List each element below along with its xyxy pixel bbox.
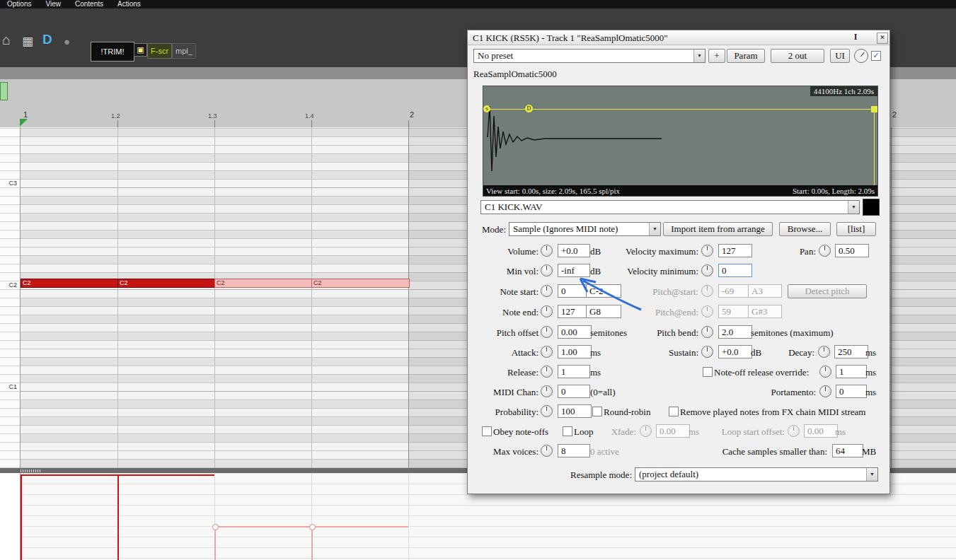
chevron-down-icon[interactable]: ▼ bbox=[866, 468, 877, 481]
attack-knob[interactable] bbox=[541, 346, 553, 358]
pitch-start-field[interactable]: -69 bbox=[718, 284, 751, 298]
pitch-start-knob[interactable] bbox=[701, 285, 713, 297]
min-vol-knob[interactable] bbox=[541, 264, 553, 276]
detect-pitch-button[interactable]: Detect pitch bbox=[788, 284, 867, 298]
min-vol-field[interactable]: -inf bbox=[558, 264, 590, 277]
clip-icon[interactable]: ▣ bbox=[134, 43, 147, 57]
velocity-stem[interactable] bbox=[214, 526, 216, 560]
noteoff-override-field[interactable]: 1 bbox=[836, 365, 867, 378]
menu-view[interactable]: View bbox=[38, 0, 68, 8]
chevron-down-icon[interactable]: ▼ bbox=[649, 223, 660, 235]
lane-drag-handle[interactable] bbox=[21, 469, 40, 472]
mode-combo[interactable]: Sample (Ignores MIDI note) ▼ bbox=[509, 222, 661, 236]
ui-button[interactable]: UI bbox=[830, 49, 850, 63]
fx-enabled-checkbox[interactable]: ✓ bbox=[871, 51, 881, 61]
import-item-button[interactable]: Import item from arrange bbox=[663, 222, 773, 236]
probability-field[interactable]: 100 bbox=[558, 404, 592, 418]
velocity-stem[interactable] bbox=[311, 526, 313, 560]
decay-field[interactable]: 250 bbox=[834, 345, 868, 358]
pitch-offset-field[interactable]: 0.00 bbox=[558, 325, 592, 339]
list-button[interactable]: [list] bbox=[836, 222, 876, 236]
menu-actions[interactable]: Actions bbox=[110, 0, 148, 8]
loop-start-field[interactable]: 0.00 bbox=[804, 424, 838, 438]
menu-contents[interactable]: Contents bbox=[68, 0, 110, 8]
fx-title-bar[interactable]: C1 KICK (RS5K) - Track 1 "ReaSamplOmatic… bbox=[468, 30, 889, 45]
pitch-end-note-field[interactable]: G#3 bbox=[748, 305, 782, 318]
remove-played-checkbox[interactable] bbox=[669, 407, 679, 416]
pitch-offset-knob[interactable] bbox=[541, 326, 553, 338]
trim-button[interactable]: !TRIM! bbox=[91, 42, 134, 62]
reaper-d-icon[interactable]: D bbox=[42, 32, 52, 47]
waveform-display[interactable]: 44100Hz 1ch 2.09s S D View start: 0.00s,… bbox=[483, 86, 878, 197]
fscr-button[interactable]: F-scr bbox=[147, 43, 172, 59]
menu-options[interactable]: Options bbox=[0, 0, 38, 8]
preset-save-button[interactable]: + bbox=[708, 49, 725, 63]
max-voices-field[interactable]: 8 bbox=[558, 444, 590, 457]
velocity-stem[interactable] bbox=[117, 474, 119, 560]
noteoff-override-knob[interactable] bbox=[819, 366, 831, 378]
chevron-down-icon[interactable]: ▼ bbox=[848, 201, 859, 214]
cache-field[interactable]: 64 bbox=[832, 444, 863, 457]
vel-min-field[interactable]: 0 bbox=[718, 264, 752, 277]
attack-field[interactable]: 1.00 bbox=[558, 345, 592, 358]
portamento-knob[interactable] bbox=[819, 385, 831, 397]
dock-icon[interactable]: I bbox=[850, 32, 861, 43]
grid-icon[interactable]: ▦ bbox=[22, 34, 33, 49]
piano-keys[interactable] bbox=[0, 127, 21, 468]
vel-max-field[interactable]: 127 bbox=[718, 244, 752, 257]
wet-dry-knob[interactable] bbox=[854, 49, 868, 63]
pitch-bend-knob[interactable] bbox=[701, 326, 713, 338]
release-field[interactable]: 1 bbox=[558, 365, 590, 378]
note-start-knob[interactable] bbox=[541, 285, 553, 297]
gain-envelope-line[interactable] bbox=[483, 109, 877, 110]
pan-knob[interactable] bbox=[819, 245, 831, 257]
velocity-stem[interactable] bbox=[21, 474, 22, 560]
portamento-field[interactable]: 0 bbox=[836, 385, 867, 398]
decay-knob[interactable] bbox=[818, 346, 830, 358]
sustain-field[interactable]: +0.0 bbox=[718, 345, 752, 358]
noteoff-override-checkbox[interactable] bbox=[703, 367, 713, 377]
midi-note-selected[interactable]: C2 bbox=[21, 279, 119, 288]
preset-combo[interactable]: No preset ▼ bbox=[473, 49, 706, 63]
note-end-knob[interactable] bbox=[541, 305, 553, 317]
loop-checkbox[interactable] bbox=[563, 426, 572, 436]
obey-noteoffs-checkbox[interactable] bbox=[482, 426, 492, 436]
close-icon[interactable]: ✕ bbox=[877, 33, 888, 44]
pan-field[interactable]: 0.50 bbox=[835, 244, 869, 257]
loop-start-knob[interactable] bbox=[788, 425, 800, 437]
volume-knob[interactable] bbox=[541, 245, 553, 257]
pitch-bend-field[interactable]: 2.0 bbox=[718, 325, 752, 339]
home-icon[interactable]: ⌂ bbox=[2, 32, 11, 48]
midi-note-selected[interactable]: C2 bbox=[117, 279, 216, 288]
monitor-icon[interactable]: ● bbox=[64, 35, 70, 47]
chevron-down-icon[interactable]: ▼ bbox=[693, 49, 705, 62]
pitch-end-knob[interactable] bbox=[701, 305, 713, 317]
resample-combo[interactable]: (project default) ▼ bbox=[635, 467, 878, 482]
start-marker[interactable]: S bbox=[483, 105, 490, 112]
pitch-start-note-field[interactable]: A3 bbox=[748, 284, 782, 298]
param-button[interactable]: Param bbox=[727, 49, 765, 63]
midi-note-unselected[interactable]: C2 bbox=[311, 279, 410, 288]
pitch-end-field[interactable]: 59 bbox=[718, 305, 751, 318]
velocity-handle[interactable] bbox=[309, 524, 316, 530]
midi-chan-field[interactable]: 0 bbox=[558, 385, 590, 398]
max-voices-knob[interactable] bbox=[541, 445, 553, 457]
round-robin-checkbox[interactable] bbox=[592, 407, 602, 416]
probability-knob[interactable] bbox=[541, 405, 553, 417]
velocity-handle[interactable] bbox=[212, 524, 219, 530]
browse-button[interactable]: Browse... bbox=[779, 222, 831, 236]
midi-chan-knob[interactable] bbox=[541, 385, 553, 397]
vel-min-knob[interactable] bbox=[701, 264, 713, 276]
channels-button[interactable]: 2 out bbox=[771, 49, 824, 63]
xfade-knob[interactable] bbox=[640, 425, 652, 437]
d-marker[interactable]: D bbox=[525, 105, 533, 112]
sample-combo[interactable]: C1 KICK.WAV ▼ bbox=[480, 200, 860, 214]
volume-field[interactable]: +0.0 bbox=[558, 244, 590, 257]
sample-end-line[interactable] bbox=[874, 109, 875, 185]
mpl-button[interactable]: mpl_ bbox=[172, 43, 196, 59]
release-knob[interactable] bbox=[541, 366, 553, 378]
end-handle[interactable] bbox=[871, 106, 877, 112]
sustain-knob[interactable] bbox=[701, 346, 713, 358]
item-start-marker[interactable] bbox=[20, 119, 28, 127]
vel-max-knob[interactable] bbox=[701, 245, 713, 257]
